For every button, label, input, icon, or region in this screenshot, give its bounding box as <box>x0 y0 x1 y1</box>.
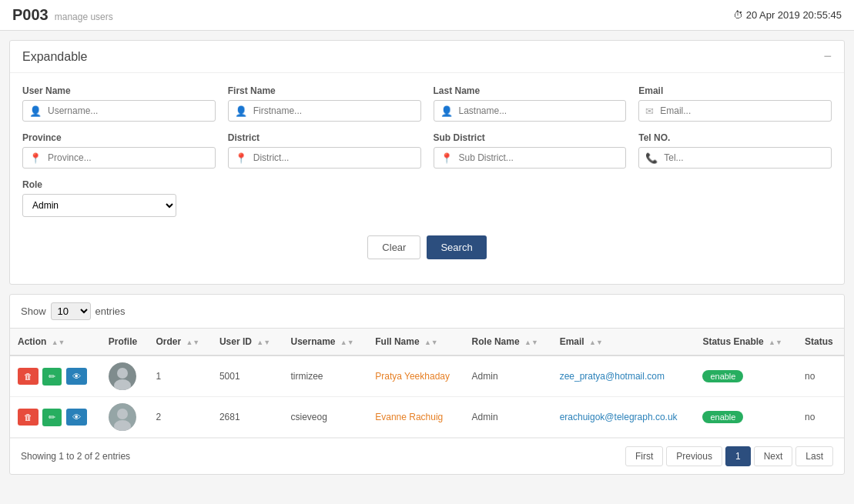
view-button[interactable]: 👁 <box>66 409 87 426</box>
district-input[interactable] <box>250 148 414 168</box>
role-row: Role Admin User Guest <box>22 179 832 217</box>
table-footer: Showing 1 to 2 of 2 entries First Previo… <box>10 438 844 474</box>
svg-point-1 <box>117 368 128 379</box>
statusenable-cell: enable <box>695 355 797 397</box>
col-fullname: Full Name ▲▼ <box>367 329 464 356</box>
user-icon-3: 👤 <box>440 105 453 117</box>
username-input-wrap: 👤 <box>22 100 216 122</box>
entries-select[interactable]: 10 25 50 100 <box>51 302 91 320</box>
profile-cell <box>101 397 149 438</box>
username-cell: csieveog <box>283 397 367 438</box>
search-button[interactable]: Search <box>427 235 486 259</box>
sort-userid-icon[interactable]: ▲▼ <box>256 339 270 346</box>
col-action: Action ▲▼ <box>10 329 101 356</box>
first-button[interactable]: First <box>625 446 663 466</box>
sort-action-icon[interactable]: ▲▼ <box>52 339 65 346</box>
email-cell: zee_pratya@hotmail.com <box>552 355 695 397</box>
telno-group: Tel NO. 📞 <box>638 132 832 169</box>
sort-fullname-icon[interactable]: ▲▼ <box>424 339 438 346</box>
email-link[interactable]: erachuigok@telegraph.co.uk <box>560 412 678 422</box>
sort-rolename-icon[interactable]: ▲▼ <box>524 339 538 346</box>
entries-label: entries <box>95 305 126 317</box>
col-profile: Profile <box>101 329 149 356</box>
clear-button[interactable]: Clear <box>367 235 420 259</box>
avatar <box>109 403 136 431</box>
telno-input[interactable] <box>661 148 825 168</box>
sort-email-icon[interactable]: ▲▼ <box>589 339 603 346</box>
statusenable-cell: enable <box>695 397 797 438</box>
role-select[interactable]: Admin User Guest <box>23 195 176 216</box>
province-label: Province <box>22 132 216 143</box>
username-group: User Name 👤 <box>22 85 216 122</box>
firstname-input-wrap: 👤 <box>228 100 421 122</box>
col-username: Username ▲▼ <box>283 329 367 356</box>
clock-icon: ⏱ <box>733 9 743 21</box>
collapse-button[interactable]: − <box>823 48 832 65</box>
order-cell: 2 <box>148 397 212 438</box>
telno-input-wrap: 📞 <box>638 147 832 169</box>
status-cell: no <box>797 397 844 438</box>
status-enable-badge: enable <box>702 411 743 423</box>
sort-order-icon[interactable]: ▲▼ <box>186 339 199 346</box>
email-input-wrap: ✉ <box>638 100 832 122</box>
view-button[interactable]: 👁 <box>66 368 87 385</box>
lastname-input[interactable] <box>456 101 620 121</box>
district-label: District <box>228 132 421 143</box>
col-order: Order ▲▼ <box>148 329 212 356</box>
panel-title: Expandable <box>22 50 88 64</box>
rolename-cell: Admin <box>464 355 552 397</box>
filter-panel: Expandable − User Name 👤 First Name 👤 La… <box>9 40 845 285</box>
filter-row-1: User Name 👤 First Name 👤 Last Name 👤 <box>22 85 832 122</box>
email-input[interactable] <box>657 101 825 121</box>
province-input[interactable] <box>45 148 209 168</box>
delete-button[interactable]: 🗑 <box>18 368 39 385</box>
lastname-label: Last Name <box>434 85 627 96</box>
edit-button[interactable]: ✏ <box>42 368 62 386</box>
firstname-input[interactable] <box>250 101 414 121</box>
username-input[interactable] <box>45 101 209 121</box>
col-userid: User ID ▲▼ <box>212 329 283 356</box>
lastname-group: Last Name 👤 <box>434 85 627 122</box>
sort-username-icon[interactable]: ▲▼ <box>340 339 354 346</box>
profile-cell <box>101 355 149 397</box>
header: P003 manage users ⏱ 20 Apr 2019 20:55:45 <box>0 0 854 31</box>
app-subtitle: manage users <box>55 12 113 22</box>
status-cell: no <box>797 355 844 397</box>
district-group: District 📍 <box>228 132 421 169</box>
subdistrict-input[interactable] <box>456 148 620 168</box>
next-button[interactable]: Next <box>754 446 793 466</box>
firstname-group: First Name 👤 <box>228 85 421 122</box>
location-icon: 📍 <box>29 152 42 164</box>
province-input-wrap: 📍 <box>22 147 216 169</box>
district-input-wrap: 📍 <box>228 147 421 169</box>
userid-cell: 5001 <box>212 355 283 397</box>
email-label: Email <box>638 85 832 96</box>
app-id: P003 <box>12 6 49 24</box>
table-row: 🗑 ✏ 👁 2 2681 csieveog Evanne Rachuig Adm… <box>10 397 844 438</box>
email-group: Email ✉ <box>638 85 832 122</box>
previous-button[interactable]: Previous <box>666 446 722 466</box>
table-top: Show 10 25 50 100 entries <box>10 295 844 328</box>
location-icon-2: 📍 <box>235 152 247 164</box>
edit-button[interactable]: ✏ <box>42 409 62 426</box>
location-icon-3: 📍 <box>440 152 453 164</box>
username-label: User Name <box>22 85 216 96</box>
fullname-cell: Evanne Rachuig <box>367 397 464 438</box>
sort-statusenable-icon[interactable]: ▲▼ <box>769 339 782 346</box>
email-icon: ✉ <box>645 105 654 117</box>
col-status-enable: Status Enable ▲▼ <box>695 329 797 356</box>
role-select-wrap: Admin User Guest <box>22 194 176 217</box>
col-email: Email ▲▼ <box>552 329 695 356</box>
email-link[interactable]: zee_pratya@hotmail.com <box>560 371 665 382</box>
data-table: Action ▲▼ Profile Order ▲▼ User ID ▲▼ Us… <box>10 328 844 438</box>
email-cell: erachuigok@telegraph.co.uk <box>552 397 695 438</box>
firstname-label: First Name <box>228 85 421 96</box>
subdistrict-input-wrap: 📍 <box>434 147 627 169</box>
table-scroll: Action ▲▼ Profile Order ▲▼ User ID ▲▼ Us… <box>10 328 844 438</box>
page-1-button[interactable]: 1 <box>725 446 751 466</box>
delete-button[interactable]: 🗑 <box>18 409 39 426</box>
fullname-cell: Pratya Yeekhaday <box>367 355 464 397</box>
order-cell: 1 <box>148 355 212 397</box>
role-label: Role <box>22 179 832 190</box>
last-button[interactable]: Last <box>795 446 833 466</box>
